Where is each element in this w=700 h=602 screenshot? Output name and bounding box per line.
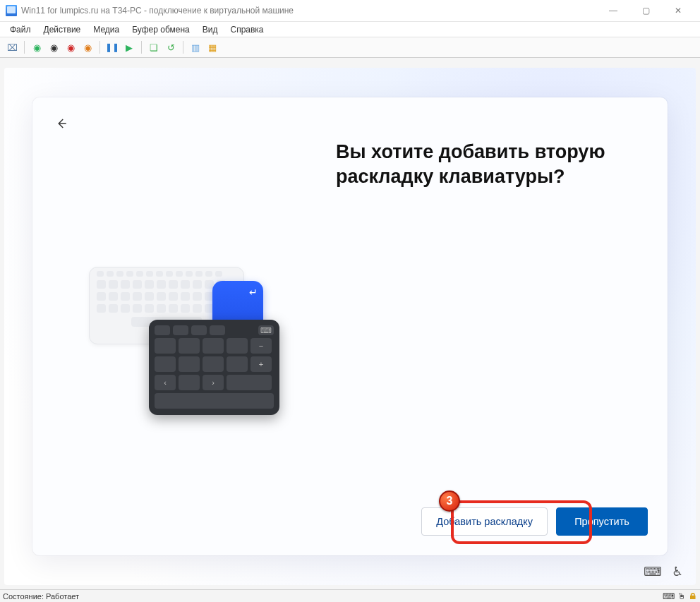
maximize-button[interactable]: ▢ — [629, 1, 662, 20]
oobe-heading: Вы хотите добавить вторую раскладку клав… — [336, 140, 625, 189]
add-layout-button[interactable]: Добавить раскладку — [421, 507, 548, 536]
share-icon[interactable]: ▦ — [206, 41, 219, 54]
oobe-dialog: Вы хотите добавить вторую раскладку клав… — [32, 97, 668, 555]
status-lock-icon: 🔒︎ — [689, 591, 697, 601]
input-indicator-icon[interactable]: ⌨ — [644, 564, 662, 579]
shutdown-icon[interactable]: ◉ — [64, 41, 77, 54]
skip-button[interactable]: Пропустить — [556, 507, 648, 536]
close-button[interactable]: ✕ — [662, 1, 694, 20]
status-text: Состояние: Работает — [3, 592, 79, 601]
annotation-step-badge: 3 — [439, 490, 460, 512]
menu-file[interactable]: Файл — [4, 23, 37, 36]
status-mouse-icon: 🖱︎ — [677, 591, 686, 601]
checkpoint-icon[interactable]: ❏ — [147, 41, 160, 54]
enhanced-session-icon[interactable]: ▥ — [189, 41, 202, 54]
back-button[interactable] — [52, 114, 71, 133]
menu-media[interactable]: Медиа — [88, 23, 125, 36]
reset-icon[interactable]: ▶ — [123, 41, 135, 54]
window-title: Win11 for lumpics.ru на T34-PC - подключ… — [21, 6, 294, 16]
menu-clipboard[interactable]: Буфер обмена — [126, 23, 195, 36]
arrow-left-icon — [55, 117, 68, 130]
menu-action[interactable]: Действие — [38, 23, 87, 36]
vm-app-icon — [6, 5, 17, 16]
minimize-button[interactable]: — — [597, 1, 629, 20]
menu-help[interactable]: Справка — [224, 23, 269, 36]
keyboard-illustration: ↵ ⌨ − + ‹› — [89, 267, 286, 415]
status-keyboard-icon: ⌨ — [663, 591, 675, 601]
accessibility-icon[interactable]: ♿︎ — [672, 564, 683, 579]
turn-off-icon[interactable]: ◉ — [47, 41, 60, 54]
statusbar: Состояние: Работает ⌨ 🖱︎ 🔒︎ — [0, 589, 700, 602]
oobe-actions: Добавить раскладку Пропустить — [421, 507, 648, 536]
vm-display: Вы хотите добавить вторую раскладку клав… — [0, 58, 700, 589]
window-controls: — ▢ ✕ — [597, 1, 694, 20]
dark-numpad-icon: ⌨ − + ‹› — [149, 320, 279, 415]
start-icon[interactable]: ◉ — [30, 41, 43, 54]
titlebar: Win11 for lumpics.ru на T34-PC - подключ… — [0, 0, 700, 21]
menu-view[interactable]: Вид — [197, 23, 224, 36]
revert-icon[interactable]: ↺ — [164, 41, 177, 54]
ctrl-alt-del-icon[interactable]: ⌧ — [6, 41, 18, 54]
menubar: Файл Действие Медиа Буфер обмена Вид Спр… — [0, 21, 700, 37]
oobe-background: Вы хотите добавить вторую раскладку клав… — [4, 68, 696, 585]
toolbar: ⌧ ◉ ◉ ◉ ◉ ❚❚ ▶ ❏ ↺ ▥ ▦ — [0, 37, 700, 58]
pause-icon[interactable]: ❚❚ — [106, 41, 119, 54]
save-icon[interactable]: ◉ — [81, 41, 94, 54]
oobe-accessibility-tray: ⌨ ♿︎ — [644, 564, 683, 579]
